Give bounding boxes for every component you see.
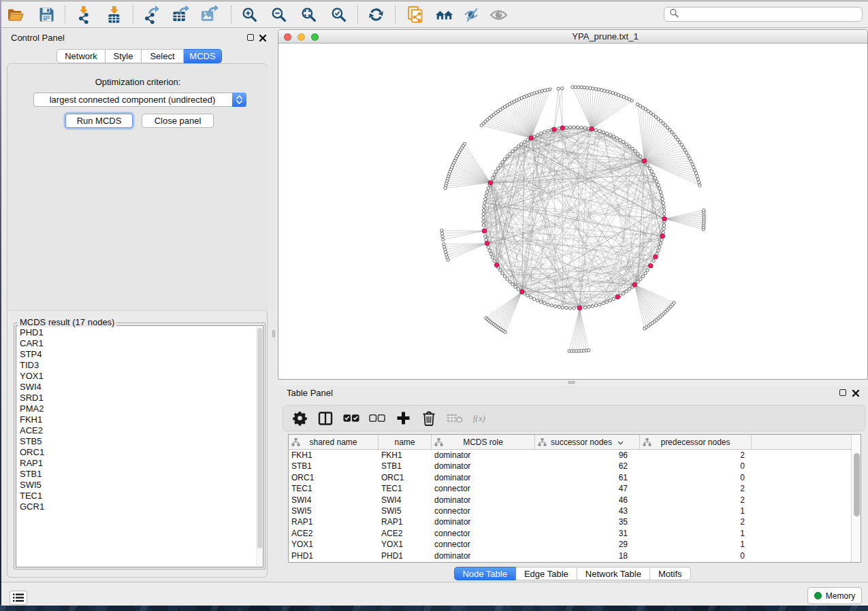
select-all-button[interactable] xyxy=(343,410,359,427)
search-box[interactable] xyxy=(664,7,863,22)
mcds-result-item[interactable]: ORC1 xyxy=(20,447,44,458)
table-row[interactable]: YOX1YOX1connector291 xyxy=(289,539,851,550)
zoom-window-icon[interactable] xyxy=(311,33,319,41)
table-row[interactable]: FKH1FKH1dominator962 xyxy=(289,450,851,461)
mcds-result-item[interactable]: TEC1 xyxy=(20,491,44,501)
delete-table-button[interactable] xyxy=(447,410,463,427)
search-icon xyxy=(669,8,679,20)
save-session-button[interactable] xyxy=(37,5,56,24)
table-scrollbar[interactable] xyxy=(851,435,861,562)
mcds-result-item[interactable]: TID3 xyxy=(20,360,44,371)
cell-predecessor-nodes: 1 xyxy=(640,506,752,516)
mcds-result-item[interactable]: YOX1 xyxy=(20,371,44,382)
column-header-MCDS-role[interactable]: MCDS role xyxy=(432,435,535,450)
function-button[interactable]: f(x) xyxy=(472,410,489,427)
vertical-splitter-handle[interactable] xyxy=(272,330,275,337)
column-header-name[interactable]: name xyxy=(379,435,432,450)
cell-successor-nodes: 31 xyxy=(535,528,640,539)
mcds-result-item[interactable]: SWI5 xyxy=(20,480,44,491)
criterion-dropdown[interactable]: largest connected component (undirected) xyxy=(33,93,246,107)
close-panel-button[interactable]: Close panel xyxy=(142,114,214,128)
hide-selected-button[interactable] xyxy=(463,5,481,24)
export-image-button[interactable] xyxy=(200,5,219,24)
mcds-result-item[interactable]: STP4 xyxy=(20,349,44,360)
tab-network[interactable]: Network xyxy=(57,49,106,63)
table-icon xyxy=(538,438,547,448)
tab-mcds[interactable]: MCDS xyxy=(184,49,222,63)
table-scrollbar-thumb[interactable] xyxy=(854,453,860,516)
cell-MCDS-role: dominator xyxy=(432,461,535,472)
zoom-in-button[interactable] xyxy=(240,5,259,24)
network-graph-canvas[interactable] xyxy=(278,44,867,379)
mcds-result-item[interactable]: SWI4 xyxy=(20,382,44,393)
open-file-button[interactable] xyxy=(6,5,25,24)
table-row[interactable]: ORC1ORC1dominator610 xyxy=(289,472,851,483)
zoom-fit-button[interactable] xyxy=(300,5,318,24)
tab-style[interactable]: Style xyxy=(106,49,142,63)
close-table-panel-icon[interactable] xyxy=(852,389,860,397)
tab-select[interactable]: Select xyxy=(142,49,184,63)
mcds-result-item[interactable]: CAR1 xyxy=(20,338,44,349)
tab-node-table[interactable]: Node Table xyxy=(453,567,516,580)
delete-button[interactable] xyxy=(421,410,437,427)
table-row[interactable]: TEC1TEC1connector472 xyxy=(289,483,851,494)
mcds-result-legend: MCDS result (17 nodes) xyxy=(18,317,116,327)
add-button[interactable] xyxy=(395,410,411,427)
export-network-button[interactable] xyxy=(142,5,161,24)
horizontal-splitter[interactable] xyxy=(276,380,868,385)
split-columns-button[interactable] xyxy=(317,410,334,427)
close-window-icon[interactable] xyxy=(284,33,291,41)
network-view-titlebar[interactable]: YPA_prune.txt_1 xyxy=(278,30,867,44)
search-input[interactable] xyxy=(683,8,862,20)
import-table-button[interactable] xyxy=(105,5,123,24)
float-panel-icon[interactable] xyxy=(247,34,254,41)
tab-edge-table[interactable]: Edge Table xyxy=(516,567,577,580)
memory-button[interactable]: Memory xyxy=(807,587,862,604)
column-header-shared-name[interactable]: shared name xyxy=(289,435,379,450)
mcds-result-item[interactable]: GCR1 xyxy=(20,501,44,512)
deselect-all-button[interactable] xyxy=(369,410,385,427)
table-row[interactable]: SWI4SWI4dominator462 xyxy=(289,495,851,506)
table-row[interactable]: SWI5SWI5connector431 xyxy=(289,506,851,516)
first-neighbors-button[interactable] xyxy=(435,5,453,24)
mcds-list-scrollbar-thumb[interactable] xyxy=(257,328,262,548)
table-row[interactable]: RAP1RAP1dominator352 xyxy=(289,516,851,527)
cell-predecessor-nodes: 2 xyxy=(640,450,752,461)
export-table-button[interactable] xyxy=(172,5,190,24)
run-mcds-button[interactable]: Run MCDS xyxy=(65,114,133,128)
horizontal-splitter-handle[interactable] xyxy=(568,381,575,384)
table-row[interactable]: ACE2ACE2connector311 xyxy=(289,528,851,539)
zoom-selected-button[interactable] xyxy=(329,5,348,24)
panel-list-button[interactable] xyxy=(10,591,27,605)
tab-motifs[interactable]: Motifs xyxy=(650,567,691,580)
mcds-result-item[interactable]: FKH1 xyxy=(20,414,44,425)
import-network-button[interactable] xyxy=(74,5,93,24)
column-header-predecessor-nodes[interactable]: predecessor nodes xyxy=(640,435,752,450)
sort-chevron-icon xyxy=(617,437,624,447)
mcds-result-item[interactable]: STB1 xyxy=(20,469,44,480)
mcds-result-item[interactable]: RAP1 xyxy=(20,458,44,469)
table-row[interactable]: PHD1PHD1dominator180 xyxy=(289,550,851,561)
desktop-background: Control Panel NetworkStyleSelectMCDS Opt… xyxy=(0,0,868,611)
mcds-list-scrollbar[interactable] xyxy=(256,327,262,566)
mcds-result-item[interactable]: SRD1 xyxy=(20,393,44,403)
gear-button[interactable] xyxy=(291,410,308,427)
minimize-window-icon[interactable] xyxy=(298,33,305,41)
float-table-panel-icon[interactable] xyxy=(839,389,846,396)
mcds-result-list[interactable]: PHD1CAR1STP4TID3YOX1SWI4SRD1PMA2FKH1ACE2… xyxy=(16,325,263,567)
mcds-tab-pane: Optimization criterion: largest connecte… xyxy=(7,63,268,578)
table-row[interactable]: STB1STB1dominator620 xyxy=(289,461,851,472)
mcds-result-item[interactable]: ACE2 xyxy=(20,425,44,436)
mcds-result-item[interactable]: PMA2 xyxy=(20,403,44,414)
show-all-button[interactable] xyxy=(489,5,508,24)
column-header-successor-nodes[interactable]: successor nodes xyxy=(535,435,640,450)
mcds-result-item[interactable]: PHD1 xyxy=(20,327,44,338)
vertical-splitter[interactable] xyxy=(272,28,276,582)
apply-layout-button[interactable] xyxy=(367,5,385,24)
new-network-from-selection-button[interactable] xyxy=(406,5,424,24)
cell-shared-name: SWI4 xyxy=(289,495,379,506)
close-panel-icon[interactable] xyxy=(259,34,267,42)
zoom-out-button[interactable] xyxy=(270,5,288,24)
tab-network-table[interactable]: Network Table xyxy=(577,567,650,580)
mcds-result-item[interactable]: STB5 xyxy=(20,436,44,447)
